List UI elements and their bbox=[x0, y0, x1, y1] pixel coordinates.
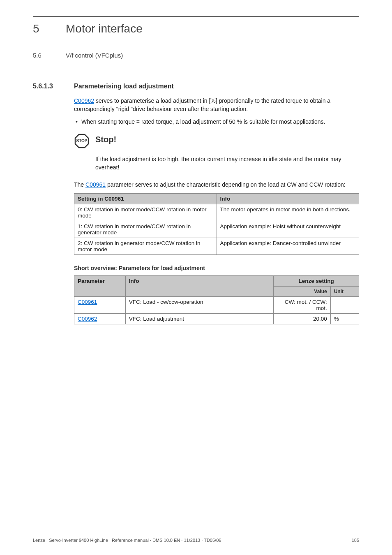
subsection-number: 5.6.1.3 bbox=[33, 83, 62, 90]
th-info: Info bbox=[125, 275, 273, 296]
top-rule bbox=[33, 16, 359, 17]
cell-param: C00962 bbox=[74, 313, 126, 324]
bullet-list: When starting torque = rated torque, a l… bbox=[74, 118, 359, 126]
paragraph-c00961-pre: The bbox=[74, 181, 85, 188]
table-row: 2: CW rotation in generator mode/CCW rot… bbox=[74, 238, 359, 254]
stop-text: If the load adjustment is too high, the … bbox=[95, 155, 359, 172]
paragraph-c00961-post: parameter serves to adjust the character… bbox=[106, 181, 346, 188]
dashed-rule: _ _ _ _ _ _ _ _ _ _ _ _ _ _ _ _ _ _ _ _ … bbox=[33, 65, 359, 71]
table-c00961-settings: Setting in C00961 Info 0: CW rotation in… bbox=[74, 193, 359, 255]
cell-unit bbox=[330, 296, 359, 313]
short-overview-heading: Short overview: Parameters for load adju… bbox=[74, 265, 359, 271]
table-parameters: Parameter Info Lenze setting Value Unit … bbox=[74, 275, 359, 324]
cell-setting: 2: CW rotation in generator mode/CCW rot… bbox=[74, 238, 217, 254]
footer-left: Lenze · Servo-Inverter 9400 HighLine · R… bbox=[33, 538, 221, 543]
footer-page-number: 185 bbox=[352, 538, 359, 543]
link-c00962[interactable]: C00962 bbox=[74, 97, 94, 104]
cell-unit: % bbox=[330, 313, 359, 324]
table-row: C00962 VFC: Load adjustment 20.00 % bbox=[74, 313, 359, 324]
table-header-row: Setting in C00961 Info bbox=[74, 193, 359, 204]
table-row: C00961 VFC: Load - cw/ccw-operation CW: … bbox=[74, 296, 359, 313]
th-unit: Unit bbox=[330, 286, 359, 296]
cell-info: VFC: Load adjustment bbox=[125, 313, 273, 324]
link-c00961[interactable]: C00961 bbox=[85, 181, 106, 188]
cell-param: C00961 bbox=[74, 296, 126, 313]
chapter-header: 5 Motor interface bbox=[33, 22, 359, 35]
section-header: 5.6 V/f control (VFCplus) bbox=[33, 52, 359, 59]
stop-callout: STOP Stop! bbox=[74, 135, 359, 150]
th-value: Value bbox=[274, 286, 331, 296]
cell-info: VFC: Load - cw/ccw-operation bbox=[125, 296, 273, 313]
cell-setting: 1: CW rotation in motor mode/CCW rotatio… bbox=[74, 221, 217, 238]
section-title: V/f control (VFCplus) bbox=[66, 52, 123, 59]
page-footer: Lenze · Servo-Inverter 9400 HighLine · R… bbox=[33, 538, 359, 543]
table-row: 0: CW rotation in motor mode/CCW rotatio… bbox=[74, 204, 359, 221]
th-parameter: Parameter bbox=[74, 275, 126, 296]
table-row: 1: CW rotation in motor mode/CCW rotatio… bbox=[74, 221, 359, 238]
svg-text:STOP: STOP bbox=[76, 139, 87, 143]
link-param[interactable]: C00962 bbox=[78, 316, 97, 322]
cell-info: The motor operates in motor mode in both… bbox=[217, 204, 359, 221]
cell-info: Application example: Hoist without count… bbox=[217, 221, 359, 238]
subsection-heading: 5.6.1.3 Parameterising load adjustment bbox=[33, 83, 359, 90]
cell-info: Application example: Dancer-controlled u… bbox=[217, 238, 359, 254]
cell-value: 20.00 bbox=[274, 313, 331, 324]
paragraph-c00961: The C00961 parameter serves to adjust th… bbox=[74, 180, 359, 189]
table-header-row: Parameter Info Lenze setting bbox=[74, 275, 359, 286]
chapter-title: Motor interface bbox=[66, 22, 143, 35]
cell-setting: 0: CW rotation in motor mode/CCW rotatio… bbox=[74, 204, 217, 221]
section-number: 5.6 bbox=[33, 52, 49, 59]
stop-title: Stop! bbox=[95, 135, 116, 144]
paragraph-intro-text: serves to parameterise a load adjustment… bbox=[74, 97, 330, 112]
th-lenze-setting: Lenze setting bbox=[274, 275, 359, 286]
subsection-title: Parameterising load adjustment bbox=[74, 83, 174, 90]
stop-icon: STOP bbox=[74, 133, 90, 150]
paragraph-intro: C00962 serves to parameterise a load adj… bbox=[74, 97, 359, 113]
chapter-number: 5 bbox=[33, 22, 49, 35]
link-param[interactable]: C00961 bbox=[78, 299, 97, 305]
th-setting: Setting in C00961 bbox=[74, 193, 217, 204]
cell-value: CW: mot. / CCW: mot. bbox=[274, 296, 331, 313]
th-info: Info bbox=[217, 193, 359, 204]
bullet-item: When starting torque = rated torque, a l… bbox=[74, 118, 359, 126]
